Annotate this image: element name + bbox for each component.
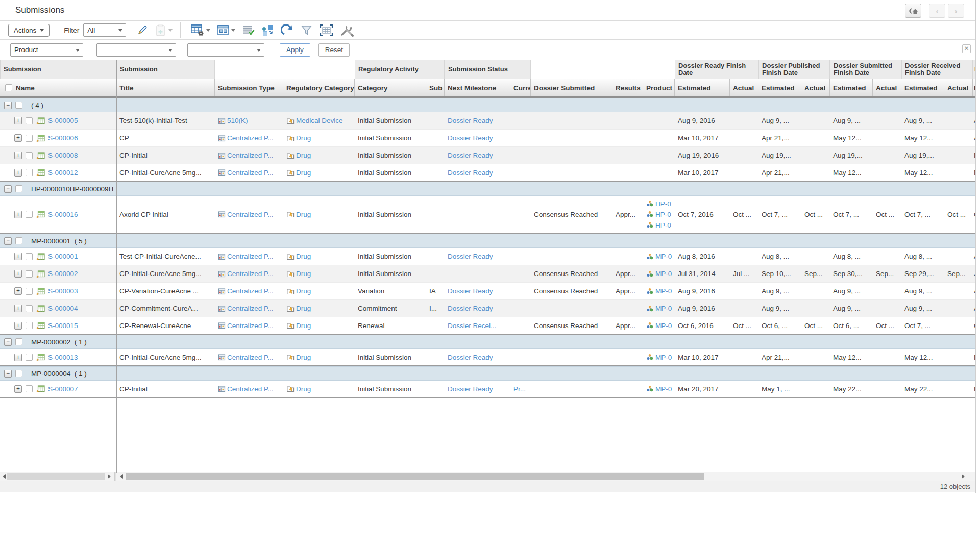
- submission-type-link[interactable]: Centralized P...: [227, 287, 274, 295]
- close-filter-button[interactable]: ✕: [962, 44, 971, 53]
- row-checkbox[interactable]: [15, 237, 22, 244]
- next-milestone-link[interactable]: Dossier Ready: [448, 385, 493, 393]
- forward-button[interactable]: ›: [948, 4, 964, 18]
- export-button[interactable]: [279, 22, 296, 38]
- column-header-category[interactable]: Category: [355, 79, 426, 96]
- frozen-pane-splitter[interactable]: [116, 60, 117, 473]
- row-checkbox[interactable]: [15, 338, 22, 345]
- next-milestone-link[interactable]: Dossier Ready: [448, 152, 493, 159]
- product-link[interactable]: HP-0: [655, 211, 671, 218]
- submission-link[interactable]: S-000015: [48, 322, 78, 330]
- column-header-dossier[interactable]: Dossier Submitted: [531, 79, 612, 96]
- row-checkbox[interactable]: [26, 169, 33, 176]
- expand-button[interactable]: +: [14, 287, 22, 295]
- product-link[interactable]: MP-0: [655, 287, 672, 295]
- row-checkbox[interactable]: [26, 305, 33, 312]
- checklist-button[interactable]: [240, 22, 257, 38]
- next-milestone-link[interactable]: Dossier Ready: [448, 305, 493, 312]
- column-layout-button[interactable]: [215, 22, 237, 38]
- column-header-a1[interactable]: Actual: [730, 79, 758, 96]
- next-milestone-link[interactable]: Dossier Ready: [448, 253, 493, 260]
- collapse-button[interactable]: −: [4, 370, 12, 378]
- expand-button[interactable]: +: [14, 270, 22, 278]
- expand-button[interactable]: +: [14, 305, 22, 312]
- submission-type-link[interactable]: Centralized P...: [227, 169, 274, 177]
- add-panel-button[interactable]: [259, 22, 276, 38]
- expand-button[interactable]: +: [14, 152, 22, 159]
- regulatory-category-link[interactable]: Drug: [296, 253, 311, 260]
- row-checkbox[interactable]: [26, 288, 33, 295]
- frozen-scrollbar-thumb[interactable]: [7, 473, 105, 480]
- product-link[interactable]: MP-0: [655, 322, 672, 330]
- next-milestone-link[interactable]: Dossier Ready: [448, 117, 493, 124]
- row-checkbox[interactable]: [15, 370, 22, 377]
- home-button[interactable]: [905, 4, 921, 18]
- row-checkbox[interactable]: [26, 270, 33, 278]
- row-checkbox[interactable]: [26, 322, 33, 329]
- table-settings-button[interactable]: [189, 22, 212, 38]
- next-milestone-link[interactable]: Dossier Ready: [448, 134, 493, 142]
- expand-button[interactable]: +: [14, 253, 22, 260]
- regulatory-category-link[interactable]: Medical Device: [296, 117, 343, 124]
- regulatory-category-link[interactable]: Drug: [296, 287, 311, 295]
- expand-button[interactable]: +: [14, 385, 22, 393]
- main-scrollbar-thumb[interactable]: [126, 473, 704, 480]
- submission-type-link[interactable]: Centralized P...: [227, 354, 274, 361]
- row-checkbox[interactable]: [26, 253, 33, 260]
- submission-type-link[interactable]: Centralized P...: [227, 211, 274, 218]
- submission-link[interactable]: S-000001: [48, 253, 78, 260]
- row-checkbox[interactable]: [15, 102, 22, 109]
- scroll-right-arrow[interactable]: [962, 474, 965, 479]
- edit-button[interactable]: [135, 22, 150, 38]
- scroll-left-arrow[interactable]: [120, 474, 123, 479]
- column-header-a4[interactable]: Actual: [944, 79, 973, 96]
- submission-link[interactable]: S-000006: [48, 134, 78, 142]
- regulatory-category-link[interactable]: Drug: [296, 211, 311, 218]
- row-checkbox[interactable]: [26, 354, 33, 361]
- table-selection-button[interactable]: [317, 22, 335, 38]
- copy-add-button[interactable]: [153, 22, 175, 38]
- submission-type-link[interactable]: Centralized P...: [227, 134, 274, 142]
- column-header-a3[interactable]: Actual: [873, 79, 901, 96]
- scroll-right-arrow[interactable]: [108, 474, 111, 479]
- regulatory-category-link[interactable]: Drug: [296, 169, 311, 177]
- filter-select[interactable]: All: [83, 23, 126, 37]
- product-link[interactable]: HP-0: [655, 221, 671, 229]
- next-milestone-link[interactable]: Dossier Ready: [448, 169, 493, 177]
- current-milestone-link[interactable]: Pr...: [513, 385, 526, 393]
- column-header-e3[interactable]: Estimated: [830, 79, 873, 96]
- filter-value-select[interactable]: [187, 43, 264, 57]
- product-link[interactable]: MP-0: [655, 270, 672, 278]
- regulatory-category-link[interactable]: Drug: [296, 134, 311, 142]
- row-checkbox[interactable]: [26, 211, 33, 218]
- row-checkbox[interactable]: [26, 385, 33, 392]
- column-header-milestone[interactable]: Next Milestone: [445, 79, 510, 96]
- actions-button[interactable]: Actions: [8, 24, 50, 37]
- back-button[interactable]: ‹: [929, 4, 945, 18]
- submission-link[interactable]: S-000008: [48, 152, 78, 159]
- column-header-product[interactable]: Product: [643, 79, 675, 96]
- regulatory-category-link[interactable]: Drug: [296, 270, 311, 278]
- submission-link[interactable]: S-000004: [48, 305, 78, 312]
- submission-type-link[interactable]: Centralized P...: [227, 253, 274, 260]
- column-header-regcat[interactable]: Regulatory Category: [283, 79, 355, 96]
- next-milestone-link[interactable]: Dossier Recei...: [448, 322, 496, 330]
- submission-link[interactable]: S-000002: [48, 270, 78, 278]
- submission-link[interactable]: S-000003: [48, 287, 78, 295]
- tools-button[interactable]: [338, 22, 356, 38]
- submission-link[interactable]: S-000016: [48, 211, 78, 218]
- regulatory-category-link[interactable]: Drug: [296, 305, 311, 312]
- next-milestone-link[interactable]: Dossier Ready: [448, 354, 493, 361]
- product-link[interactable]: MP-0: [655, 385, 672, 393]
- next-milestone-link[interactable]: Dossier Ready: [448, 287, 493, 295]
- submission-type-link[interactable]: Centralized P...: [227, 385, 274, 393]
- submission-type-link[interactable]: Centralized P...: [227, 270, 274, 278]
- filter-operator-select[interactable]: [96, 43, 176, 57]
- row-checkbox[interactable]: [26, 117, 33, 124]
- column-header-e4[interactable]: Estimated: [901, 79, 944, 96]
- expand-button[interactable]: +: [14, 134, 22, 142]
- submission-type-link[interactable]: Centralized P...: [227, 152, 274, 159]
- expand-button[interactable]: +: [14, 354, 22, 361]
- column-header-e1[interactable]: Estimated: [675, 79, 730, 96]
- product-link[interactable]: HP-0: [655, 200, 671, 208]
